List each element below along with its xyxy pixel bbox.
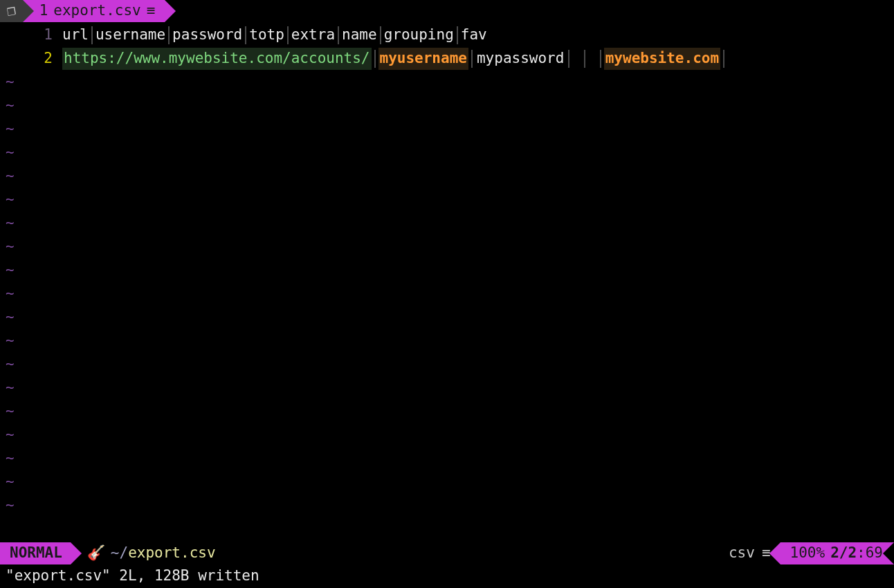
- csv-data-cell: https://www.mywebsite.com/accounts/: [62, 48, 372, 70]
- csv-data-cell: mypassword: [475, 48, 565, 70]
- tilde-marker: ~: [0, 95, 15, 117]
- csv-data-cell: [572, 48, 581, 70]
- csv-separator: [168, 26, 170, 44]
- empty-line: ~: [0, 212, 894, 235]
- status-bar: NORMAL 🎸 ~/export.csv csv ≡ 100% 2/2:69: [0, 542, 894, 564]
- csv-data-cell: myusername: [378, 48, 468, 70]
- csv-header-cell: fav: [461, 24, 487, 46]
- csv-separator: [338, 26, 339, 44]
- tilde-marker: ~: [0, 353, 15, 376]
- csv-separator: [584, 50, 585, 68]
- mode-text: NORMAL: [10, 542, 62, 564]
- tilde-marker: ~: [0, 71, 15, 93]
- empty-line: ~: [0, 165, 894, 188]
- tilde-marker: ~: [0, 118, 15, 140]
- tab-filename: export.csv: [53, 0, 140, 22]
- guitar-icon: 🎸: [87, 542, 105, 564]
- csv-header-cell: password: [172, 24, 242, 46]
- empty-line: ~: [0, 306, 894, 329]
- csv-header-cell: url: [62, 24, 89, 46]
- empty-line: ~: [0, 423, 894, 447]
- tilde-marker: ~: [0, 165, 15, 187]
- editor-line[interactable]: 2https://www.mywebsite.com/accounts/myus…: [0, 47, 894, 71]
- tilde-marker: ~: [0, 471, 15, 493]
- csv-separator: [380, 26, 381, 44]
- csv-separator: [457, 26, 458, 44]
- csv-separator: [471, 50, 473, 68]
- path-filename: export.csv: [128, 544, 215, 561]
- position-segment: 100% 2/2:69: [781, 542, 894, 564]
- file-path-segment: 🎸 ~/export.csv: [71, 542, 223, 564]
- csv-separator: [374, 50, 376, 68]
- csv-separator: [91, 26, 93, 44]
- col-position: :69: [857, 544, 883, 561]
- empty-line: ~: [0, 235, 894, 259]
- csv-data-cell: [588, 48, 597, 70]
- percent-text: 100%: [790, 542, 825, 564]
- tilde-marker: ~: [0, 377, 15, 399]
- tilde-marker: ~: [0, 448, 15, 470]
- tilde-marker: ~: [0, 306, 15, 329]
- line-position: 2/2: [830, 544, 857, 561]
- tilde-marker: ~: [0, 330, 15, 352]
- tilde-marker: ~: [0, 401, 15, 423]
- csv-header-cell: name: [342, 24, 377, 46]
- path-prefix: ~/: [111, 544, 128, 561]
- editor-line[interactable]: 1urlusernamepasswordtotpextranamegroupin…: [0, 24, 894, 47]
- empty-line: ~: [0, 447, 894, 470]
- csv-separator: [568, 50, 569, 68]
- empty-line: ~: [0, 71, 894, 94]
- empty-line: ~: [0, 470, 894, 494]
- csv-separator: [600, 50, 601, 68]
- empty-line: ~: [0, 353, 894, 376]
- csv-separator: [245, 26, 246, 44]
- empty-line: ~: [0, 400, 894, 423]
- empty-line: ~: [0, 376, 894, 400]
- empty-line: ~: [0, 259, 894, 282]
- hamburger-icon: ≡: [147, 0, 156, 22]
- tilde-marker: ~: [0, 424, 15, 446]
- mode-indicator: NORMAL: [0, 542, 71, 564]
- tab-active[interactable]: 1 export.csv ≡: [23, 0, 165, 22]
- filetype-text: csv: [729, 542, 755, 564]
- tilde-marker: ~: [0, 259, 15, 282]
- editor-area[interactable]: 1urlusernamepasswordtotpextranamegroupin…: [0, 22, 894, 542]
- tilde-marker: ~: [0, 236, 15, 258]
- empty-line: ~: [0, 494, 894, 517]
- tilde-marker: ~: [0, 495, 15, 517]
- line-content: urlusernamepasswordtotpextranamegrouping…: [62, 24, 487, 46]
- tilde-marker: ~: [0, 189, 15, 211]
- tab-index: 1: [39, 0, 48, 22]
- line-content: https://www.mywebsite.com/accounts/myuse…: [62, 48, 727, 70]
- tab-list-icon[interactable]: ❐: [0, 0, 23, 22]
- tilde-marker: ~: [0, 283, 15, 305]
- empty-line: ~: [0, 329, 894, 353]
- csv-header-cell: username: [95, 24, 165, 46]
- csv-separator: [723, 50, 724, 68]
- csv-data-cell: mywebsite.com: [604, 48, 720, 70]
- tilde-marker: ~: [0, 142, 15, 164]
- csv-header-cell: extra: [291, 24, 335, 46]
- empty-line: ~: [0, 282, 894, 306]
- document-icon: ❐: [5, 0, 17, 23]
- csv-separator: [287, 26, 289, 44]
- line-number: 1: [0, 24, 62, 46]
- empty-line: ~: [0, 118, 894, 141]
- command-message: "export.csv" 2L, 128B written: [6, 565, 259, 587]
- tab-bar: ❐ 1 export.csv ≡: [0, 0, 894, 22]
- line-number: 2: [0, 48, 62, 70]
- csv-header-cell: grouping: [384, 24, 454, 46]
- csv-header-cell: totp: [249, 24, 284, 46]
- empty-line: ~: [0, 188, 894, 212]
- command-line[interactable]: "export.csv" 2L, 128B written: [0, 564, 894, 588]
- empty-line: ~: [0, 141, 894, 165]
- empty-line: ~: [0, 94, 894, 118]
- tilde-marker: ~: [0, 212, 15, 235]
